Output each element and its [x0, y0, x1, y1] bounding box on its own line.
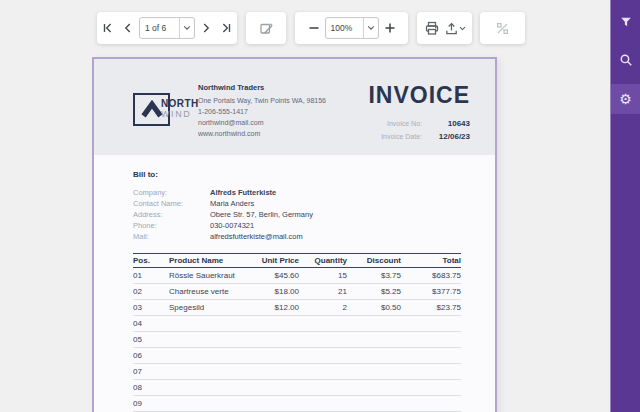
cell-unit-price: $45.60: [241, 271, 299, 280]
company-address: One Portals Way, Twin Points WA, 98156: [198, 95, 326, 106]
cell-pos: 01: [133, 271, 169, 280]
logo-wordmark: NORTH WIND: [161, 99, 199, 119]
settings-sidebar: ⚙: [610, 0, 640, 412]
page-navigation-toolbar: 1 of 6: [97, 12, 237, 44]
cell-quantity: 2: [299, 303, 347, 312]
bill-to-value: Maria Anders: [210, 198, 254, 209]
search-icon: [619, 53, 633, 67]
cell-pos: 05: [133, 335, 169, 344]
col-header-discount: Discount: [347, 256, 401, 265]
chevron-down-icon: [459, 26, 466, 31]
last-page-icon: [219, 21, 233, 35]
zoom-toolbar: 100%: [295, 12, 408, 44]
chevron-up-logo-icon: [140, 100, 164, 119]
cell-pos: 04: [133, 319, 169, 328]
bill-to-label: Contact Name:: [133, 198, 210, 209]
cell-pos: 06: [133, 351, 169, 360]
page-number-value[interactable]: 1 of 6: [140, 18, 179, 38]
edit-annotation-button[interactable]: [257, 17, 275, 39]
filter-button[interactable]: [611, 7, 640, 37]
plus-icon: [384, 22, 396, 34]
last-page-button[interactable]: [217, 17, 235, 39]
bill-to-row: Address: Obere Str. 57, Berlin, Germany: [133, 209, 313, 220]
bill-to-row: Contact Name: Maria Anders: [133, 198, 313, 209]
cell-product: Spegesild: [169, 303, 241, 312]
table-row: 06: [133, 348, 461, 364]
minus-icon: [308, 22, 320, 34]
bill-to-value: Obere Str. 57, Berlin, Germany: [210, 209, 313, 220]
cell-quantity: 15: [299, 271, 347, 280]
cell-unit-price: $18.00: [241, 287, 299, 296]
company-name: Northwind Traders: [198, 83, 326, 92]
col-header-product: Product Name: [169, 256, 241, 265]
cell-total: $377.75: [401, 287, 461, 296]
pdf-page[interactable]: NORTH WIND Northwind Traders One Portals…: [92, 57, 497, 412]
table-row: 02 Chartreuse verte $18.00 21 $5.25 $377…: [133, 284, 461, 300]
company-info: Northwind Traders One Portals Way, Twin …: [198, 83, 326, 139]
zoom-level-value[interactable]: 100%: [326, 18, 363, 38]
table-body: 01 Rössle Sauerkraut $45.60 15 $3.75 $68…: [133, 268, 461, 412]
printer-icon: [424, 20, 440, 36]
cell-product: Rössle Sauerkraut: [169, 271, 241, 280]
bill-to-row: Company: Alfreds Futterkiste: [133, 187, 313, 198]
table-row: 05: [133, 332, 461, 348]
invoice-no-label: Invoice No:: [387, 120, 422, 127]
settings-button[interactable]: ⚙: [611, 84, 640, 114]
gear-icon: ⚙: [619, 92, 632, 106]
cell-quantity: 21: [299, 287, 347, 296]
bill-to-heading: Bill to:: [133, 170, 158, 179]
cell-product: Chartreuse verte: [169, 287, 241, 296]
invoice-meta: Invoice No: 10643 Invoice Date: 12/06/23: [330, 119, 470, 145]
cell-pos: 08: [133, 383, 169, 392]
zoom-level-dropdown-button[interactable]: [363, 18, 378, 38]
cell-pos: 07: [133, 367, 169, 376]
chevron-down-icon: [367, 25, 375, 31]
signature-field-button[interactable]: [494, 17, 512, 39]
first-page-button[interactable]: [99, 17, 117, 39]
bill-to-value: alfredsfutterkiste@mail.com: [210, 231, 303, 242]
edit-annotation-icon: [258, 20, 274, 36]
chevron-right-icon: [199, 21, 213, 35]
cell-total: $683.75: [401, 271, 461, 280]
logo-word-north: NORTH: [161, 99, 199, 109]
first-page-icon: [101, 21, 115, 35]
cell-pos: 09: [133, 399, 169, 408]
logo-word-wind: WIND: [161, 110, 199, 119]
table-row: 03 Spegesild $12.00 2 $0.50 $23.75: [133, 300, 461, 316]
zoom-out-button[interactable]: [305, 17, 323, 39]
cell-discount: $3.75: [347, 271, 401, 280]
print-button[interactable]: [423, 17, 441, 39]
line-items-table: Pos. Product Name Unit Price Quantity Di…: [133, 253, 461, 412]
col-header-quantity: Quantity: [299, 256, 347, 265]
page-number-combobox[interactable]: 1 of 6: [139, 17, 195, 39]
bill-to-label: Mail:: [133, 231, 210, 242]
bill-to-row: Phone: 030-0074321: [133, 220, 313, 231]
search-button[interactable]: [611, 45, 640, 75]
zoom-level-combobox[interactable]: 100%: [325, 17, 379, 39]
annotation-toolbar: [246, 12, 286, 44]
cell-total: $23.75: [401, 303, 461, 312]
bill-to-label: Address:: [133, 209, 210, 220]
company-email: northwind@mail.com: [198, 117, 326, 128]
invoice-date-value: 12/06/23: [422, 132, 470, 141]
cell-unit-price: $12.00: [241, 303, 299, 312]
zoom-in-button[interactable]: [381, 17, 399, 39]
bill-to-value: 030-0074321: [210, 220, 254, 231]
table-row: 09: [133, 396, 461, 412]
download-icon: [444, 21, 459, 36]
download-button[interactable]: [443, 17, 467, 39]
next-page-button[interactable]: [197, 17, 215, 39]
table-row: 04: [133, 316, 461, 332]
signature-field-icon: [495, 21, 510, 36]
page-number-dropdown-button[interactable]: [179, 18, 194, 38]
previous-page-button[interactable]: [119, 17, 137, 39]
cell-pos: 02: [133, 287, 169, 296]
cell-discount: $0.50: [347, 303, 401, 312]
bill-to-value: Alfreds Futterkiste: [210, 187, 276, 198]
table-row: 01 Rössle Sauerkraut $45.60 15 $3.75 $68…: [133, 268, 461, 284]
cell-pos: 03: [133, 303, 169, 312]
company-website: www.northwind.com: [198, 128, 326, 139]
table-row: 08: [133, 380, 461, 396]
bill-to-section: Company: Alfreds Futterkiste Contact Nam…: [133, 187, 313, 242]
invoice-no-value: 10643: [422, 119, 470, 128]
